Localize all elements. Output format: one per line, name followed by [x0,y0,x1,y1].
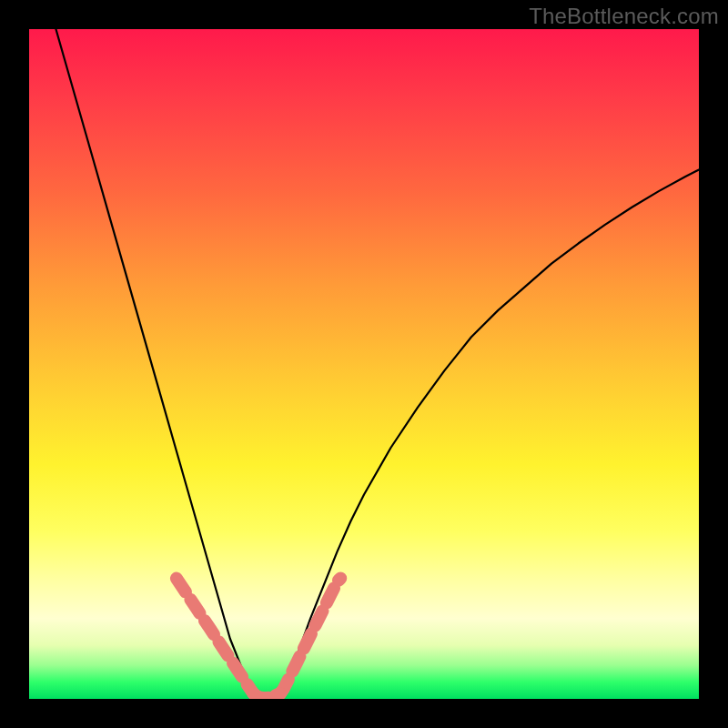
chart-frame: TheBottleneck.com [0,0,728,728]
plot-area [29,29,699,699]
curve-layer [29,29,699,699]
bottleneck-curve [56,29,699,698]
highlight-segment-bottom [254,693,280,698]
highlight-segment-left [177,579,254,694]
highlight-segment-right [280,579,340,694]
watermark-text: TheBottleneck.com [529,4,719,29]
